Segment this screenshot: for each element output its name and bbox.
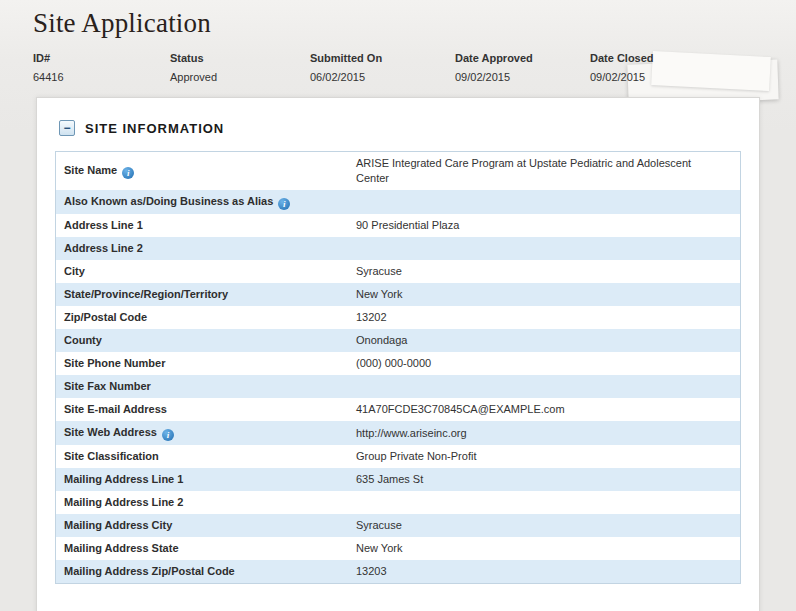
summary-label: Status — [170, 52, 302, 64]
summary-value: Approved — [170, 71, 302, 83]
field-value: ARISE Integrated Care Program at Upstate… — [356, 152, 706, 190]
field-label-text: Mailing Address State — [64, 542, 179, 554]
table-row: Site Classification Group Private Non-Pr… — [56, 445, 740, 468]
field-label-text: Site Phone Number — [64, 357, 165, 369]
field-value: Onondaga — [356, 329, 706, 352]
field-label: Address Line 2 — [56, 237, 356, 260]
table-row: Zip/Postal Code 13202 — [56, 306, 740, 329]
info-icon[interactable]: i — [122, 167, 134, 179]
table-row: Site Namei ARISE Integrated Care Program… — [56, 152, 740, 190]
field-label: Mailing Address Zip/Postal Code — [56, 560, 356, 583]
field-label: Mailing Address State — [56, 537, 356, 560]
field-label: Site Fax Number — [56, 375, 356, 398]
field-label-text: State/Province/Region/Territory — [64, 288, 228, 300]
section-header: − SITE INFORMATION — [37, 98, 759, 151]
table-row: State/Province/Region/Territory New York — [56, 283, 740, 306]
field-label: City — [56, 260, 356, 283]
section-title: SITE INFORMATION — [85, 121, 224, 136]
summary-field-submitted-on: Submitted On 06/02/2015 — [310, 52, 455, 83]
table-row: Address Line 1 90 Presidential Plaza — [56, 214, 740, 237]
field-value: 13202 — [356, 306, 706, 329]
field-label-text: Site Web Address — [64, 426, 157, 438]
summary-value: 64416 — [33, 71, 162, 83]
field-value — [356, 499, 706, 507]
field-label-text: Site Classification — [64, 450, 159, 462]
summary-label: Submitted On — [310, 52, 447, 64]
field-value — [356, 245, 706, 253]
field-label-text: Mailing Address Zip/Postal Code — [64, 565, 235, 577]
table-row: County Onondaga — [56, 329, 740, 352]
field-label: Also Known as/Doing Business as Aliasi — [56, 190, 356, 214]
field-value: http://www.ariseinc.org — [356, 422, 706, 445]
collapse-section-button[interactable]: − — [59, 120, 75, 136]
field-label-text: Address Line 1 — [64, 219, 143, 231]
summary-field-date-closed: Date Closed 09/02/2015 — [590, 52, 662, 83]
info-icon[interactable]: i — [278, 198, 290, 210]
field-label-text: Also Known as/Doing Business as Alias — [64, 195, 273, 207]
field-label-text: Site Fax Number — [64, 380, 151, 392]
table-row: Address Line 2 — [56, 237, 740, 260]
field-label-text: Address Line 2 — [64, 242, 143, 254]
page-title: Site Application — [0, 0, 796, 39]
field-label-text: City — [64, 265, 85, 277]
table-row: Site Web Addressi http://www.ariseinc.or… — [56, 421, 740, 445]
table-row: Site Fax Number — [56, 375, 740, 398]
summary-label: ID# — [33, 52, 162, 64]
table-row: Mailing Address Zip/Postal Code 13203 — [56, 560, 740, 583]
field-label: State/Province/Region/Territory — [56, 283, 356, 306]
field-value: Syracuse — [356, 260, 706, 283]
summary-field-status: Status Approved — [170, 52, 310, 83]
field-value: 90 Presidential Plaza — [356, 214, 706, 237]
field-label-text: County — [64, 334, 102, 346]
summary-field-date-approved: Date Approved 09/02/2015 — [455, 52, 590, 83]
field-value: 41A70FCDE3C70845CA@EXAMPLE.com — [356, 398, 706, 421]
field-label: Site E-mail Address — [56, 398, 356, 421]
field-value: New York — [356, 537, 706, 560]
field-label: Address Line 1 — [56, 214, 356, 237]
site-application-page: Site Application ID# 64416 Status Approv… — [0, 0, 796, 611]
field-label: Mailing Address City — [56, 514, 356, 537]
table-row: Mailing Address Line 2 — [56, 491, 740, 514]
field-value — [356, 198, 706, 206]
field-label: Zip/Postal Code — [56, 306, 356, 329]
field-label: Mailing Address Line 2 — [56, 491, 356, 514]
field-label-text: Mailing Address Line 1 — [64, 473, 183, 485]
table-row: Mailing Address State New York — [56, 537, 740, 560]
field-label-text: Mailing Address Line 2 — [64, 496, 183, 508]
field-value: (000) 000-0000 — [356, 352, 706, 375]
summary-field-id: ID# 64416 — [33, 52, 170, 83]
table-row: Mailing Address City Syracuse — [56, 514, 740, 537]
site-application-panel: − SITE INFORMATION Site Namei ARISE Inte… — [36, 97, 760, 611]
table-row: Also Known as/Doing Business as Aliasi — [56, 190, 740, 214]
field-value: Syracuse — [356, 514, 706, 537]
summary-value: 09/02/2015 — [455, 71, 582, 83]
summary-value: 06/02/2015 — [310, 71, 447, 83]
field-label: Site Web Addressi — [56, 421, 356, 445]
table-row: Mailing Address Line 1 635 James St — [56, 468, 740, 491]
field-label: County — [56, 329, 356, 352]
summary-label: Date Closed — [590, 52, 654, 64]
summary-bar: ID# 64416 Status Approved Submitted On 0… — [0, 39, 796, 83]
summary-label: Date Approved — [455, 52, 582, 64]
field-value — [356, 383, 706, 391]
table-row: Site Phone Number (000) 000-0000 — [56, 352, 740, 375]
field-label-text: Zip/Postal Code — [64, 311, 147, 323]
field-label: Mailing Address Line 1 — [56, 468, 356, 491]
info-icon[interactable]: i — [162, 429, 174, 441]
field-label: Site Classification — [56, 445, 356, 468]
table-row: Site E-mail Address 41A70FCDE3C70845CA@E… — [56, 398, 740, 421]
field-value: Group Private Non-Profit — [356, 445, 706, 468]
field-value: New York — [356, 283, 706, 306]
field-label-text: Mailing Address City — [64, 519, 172, 531]
field-value: 635 James St — [356, 468, 706, 491]
summary-value: 09/02/2015 — [590, 71, 654, 83]
field-value: 13203 — [356, 560, 706, 583]
field-label: Site Phone Number — [56, 352, 356, 375]
table-row: City Syracuse — [56, 260, 740, 283]
field-label-text: Site Name — [64, 164, 117, 176]
site-info-table: Site Namei ARISE Integrated Care Program… — [55, 151, 741, 584]
field-label: Site Namei — [56, 159, 356, 183]
field-label-text: Site E-mail Address — [64, 403, 167, 415]
